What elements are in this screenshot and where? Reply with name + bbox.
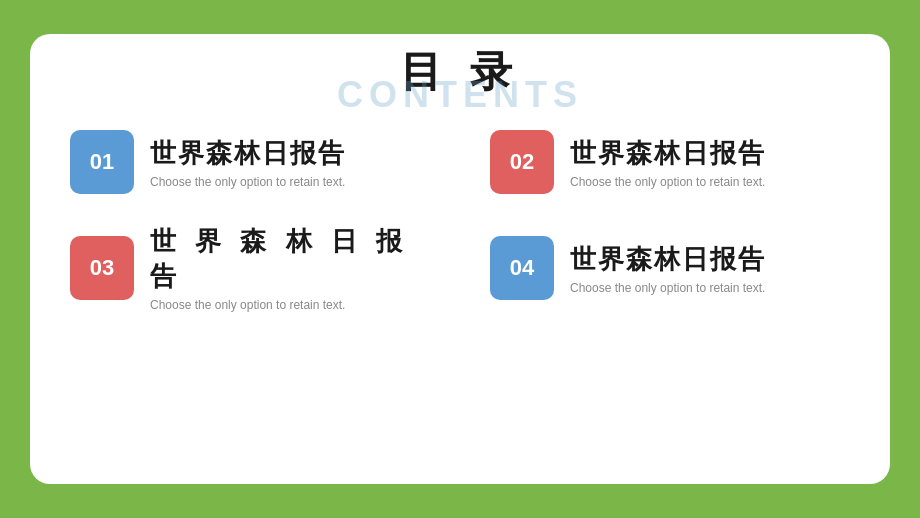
list-item: 02 世界森林日报告 Choose the only option to ret… xyxy=(490,130,850,194)
item-subtitle-02: Choose the only option to retain text. xyxy=(570,175,766,189)
badge-03: 03 xyxy=(70,236,134,300)
badge-01: 01 xyxy=(70,130,134,194)
items-grid: 01 世界森林日报告 Choose the only option to ret… xyxy=(70,130,850,312)
main-card: CONTENTS 目 录 01 世界森林日报告 Choose the only … xyxy=(30,34,890,484)
badge-02: 02 xyxy=(490,130,554,194)
item-title-01: 世界森林日报告 xyxy=(150,136,346,171)
item-title-02: 世界森林日报告 xyxy=(570,136,766,171)
item-text-01: 世界森林日报告 Choose the only option to retain… xyxy=(150,136,346,189)
title-en: CONTENTS xyxy=(337,74,583,116)
item-subtitle-04: Choose the only option to retain text. xyxy=(570,281,766,295)
list-item: 04 世界森林日报告 Choose the only option to ret… xyxy=(490,224,850,312)
item-text-03: 世 界 森 林 日 报 告 Choose the only option to … xyxy=(150,224,430,312)
item-subtitle-01: Choose the only option to retain text. xyxy=(150,175,346,189)
list-item: 03 世 界 森 林 日 报 告 Choose the only option … xyxy=(70,224,430,312)
list-item: 01 世界森林日报告 Choose the only option to ret… xyxy=(70,130,430,194)
item-text-02: 世界森林日报告 Choose the only option to retain… xyxy=(570,136,766,189)
item-text-04: 世界森林日报告 Choose the only option to retain… xyxy=(570,242,766,295)
item-subtitle-03: Choose the only option to retain text. xyxy=(150,298,430,312)
title-area: CONTENTS 目 录 xyxy=(70,44,850,100)
badge-04: 04 xyxy=(490,236,554,300)
item-title-04: 世界森林日报告 xyxy=(570,242,766,277)
item-title-03: 世 界 森 林 日 报 告 xyxy=(150,224,430,294)
